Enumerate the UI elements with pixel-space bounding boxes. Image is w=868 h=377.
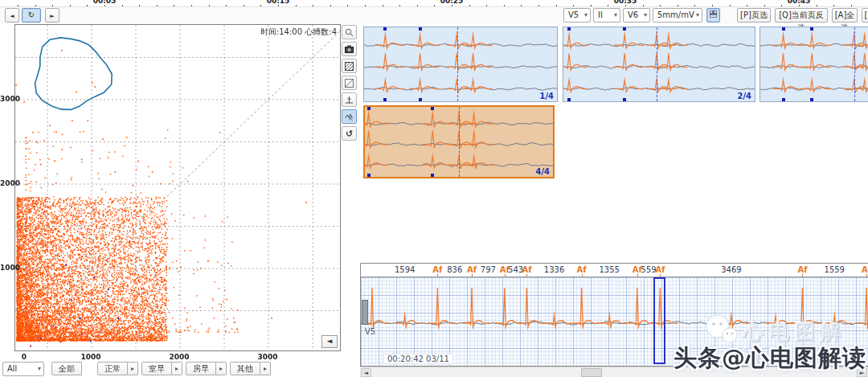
strip-scrollbar[interactable]: ◄ ► <box>360 367 868 377</box>
page-indicator: 1/4 <box>539 92 554 100</box>
x-axis-tick-label: 0 <box>22 353 27 361</box>
scroll-right-icon[interactable]: ► <box>857 368 867 377</box>
timeline-ruler[interactable]: 00:0500:1500:2500:3500:45 <box>0 0 868 7</box>
beat-tick <box>526 274 527 277</box>
range-filter-dropdown[interactable]: All ▾ <box>2 362 44 376</box>
clear-select-tool-button[interactable] <box>342 76 357 90</box>
beat-type-label: Af <box>467 265 477 274</box>
filter-normal-button[interactable]: 正常▸ <box>97 362 138 375</box>
selected-beat-box[interactable] <box>653 277 665 364</box>
page-select-button[interactable]: [P]页选 <box>737 8 771 23</box>
rr-scatter-panel: 时间:14:00 心搏数:4 ◄ <box>14 24 341 351</box>
undo-tool-button[interactable]: ↺ <box>342 126 357 141</box>
ecg-page-panel-1[interactable]: 1/4 <box>363 27 558 102</box>
chevron-right-icon[interactable]: ▸ <box>260 362 271 375</box>
playback-cursor <box>854 27 855 101</box>
chevron-right-icon[interactable]: ▸ <box>128 362 138 375</box>
lasso-selection[interactable] <box>15 25 340 350</box>
nav-forward-button[interactable]: ► <box>45 8 59 23</box>
scatter-tools-toolbar: ↺ <box>341 25 359 143</box>
holter-analysis-window: 00:0500:1500:2500:3500:45 ◄ ↻ ► V5▾II▾V6… <box>0 0 868 377</box>
nav-back-button[interactable]: ◄ <box>5 8 19 23</box>
zoom-tool-button[interactable] <box>342 25 357 39</box>
refresh-button[interactable]: ↻ <box>22 8 41 23</box>
beat-marker <box>367 107 371 110</box>
arrow-left-icon: ◄ <box>10 13 14 19</box>
collapse-panel-button[interactable]: ◄ <box>321 335 338 348</box>
strip-lead-label: V5 <box>365 327 375 336</box>
zoom-icon <box>345 28 354 37</box>
filter-pac-button[interactable]: 房早▸ <box>186 362 227 375</box>
beat-marker <box>419 98 422 101</box>
beat-tick <box>637 274 638 277</box>
ecg-mini-trace <box>364 27 557 101</box>
page-indicator: 4/4 <box>535 167 550 176</box>
beat-tick <box>802 274 803 277</box>
rr-interval-value: 1355 <box>600 265 620 274</box>
snapshot-tool-button[interactable] <box>342 42 357 56</box>
filter-pvc-button[interactable]: 室早▸ <box>141 362 182 375</box>
scrollbar-thumb[interactable] <box>581 368 602 377</box>
chevron-down-icon: ▾ <box>696 9 699 22</box>
page-grid-button[interactable] <box>706 8 720 23</box>
arrow-right-icon: ► <box>50 13 54 19</box>
collapse-icon: ◄ <box>327 337 333 345</box>
filter-other-button[interactable]: 其他▸ <box>230 362 271 375</box>
snapshot-icon <box>345 45 354 54</box>
scroll-left-icon[interactable]: ◄ <box>361 368 371 377</box>
beat-type-label: Af <box>797 265 807 274</box>
beat-tick <box>437 274 438 277</box>
rr-interval-value: 543 <box>508 265 523 274</box>
ecg-page-panel-2[interactable]: 2/4 <box>563 27 755 102</box>
chevron-right-icon[interactable]: ▸ <box>216 362 227 375</box>
beat-marker <box>431 174 434 177</box>
hand-select-tool-button[interactable] <box>342 109 357 124</box>
gain-selector[interactable]: 5mm/mV▾ <box>653 8 702 23</box>
lead-selector-ii[interactable]: II▾ <box>593 8 620 23</box>
filter-all-button[interactable]: 全部 <box>51 362 82 375</box>
beat-type-label: Af <box>862 265 868 274</box>
beat-type-label: Af <box>577 265 587 274</box>
rr-interval-value: 1336 <box>544 265 564 274</box>
rr-interval-value: 1559 <box>825 265 845 274</box>
beat-tick <box>505 274 506 277</box>
rr-interval-value: 559 <box>641 265 657 274</box>
beat-marker <box>623 98 626 101</box>
clear-select-icon <box>345 79 354 88</box>
range-filter-value: All <box>7 364 17 373</box>
rr-interval-value: 836 <box>447 265 462 274</box>
beat-type-label: Af <box>655 265 665 274</box>
strip-timestamp: 00:20:42 03/11 <box>383 354 453 364</box>
beat-marker <box>383 98 387 101</box>
rr-interval-value: 1594 <box>395 265 415 274</box>
ecg-strip[interactable]: V5 00:20:42 03/11 <box>361 277 868 366</box>
x-axis-tick-label: 2000 <box>169 353 189 361</box>
invert-selection-button[interactable]: [R]反选 <box>862 8 868 23</box>
invert-current-page-button[interactable]: [Q]当前页反选 <box>775 8 828 23</box>
ecg-page-panel-4[interactable]: 4/4 <box>363 105 555 178</box>
ecg-page-panel-3[interactable] <box>760 27 868 102</box>
beat-marker <box>419 27 422 31</box>
chevron-right-icon[interactable]: ▸ <box>172 362 182 375</box>
beat-marker <box>623 27 626 31</box>
ecg-strip-trace <box>361 277 868 366</box>
axis-marker-tool-button[interactable] <box>342 92 357 107</box>
lead-selector-v6[interactable]: V6▾ <box>623 8 650 23</box>
beat-marker <box>810 98 813 101</box>
beat-marker <box>782 98 785 101</box>
calibration-bar <box>362 300 368 325</box>
playback-cursor <box>457 27 458 101</box>
hatch-select-tool-button[interactable] <box>342 59 357 73</box>
ecg-mini-trace <box>563 27 755 101</box>
x-axis-tick-label: 3000 <box>257 353 277 361</box>
main-toolbar: ◄ ↻ ► V5▾II▾V6▾5mm/mV▾[P]页选[Q]当前页反选[A]全选… <box>0 7 868 24</box>
lead-selector-v5[interactable]: V5▾ <box>563 8 591 23</box>
filter-other-label: 其他 <box>230 362 260 375</box>
ecg-mini-trace <box>760 27 868 101</box>
chevron-down-icon: ▾ <box>644 9 647 22</box>
axis-marker-icon <box>345 96 354 104</box>
beat-type-label: Af <box>432 265 442 274</box>
y-axis-tick-label: 1000 <box>0 264 14 272</box>
beat-marker <box>367 174 371 177</box>
select-all-button[interactable]: [A]全选 <box>832 8 858 23</box>
